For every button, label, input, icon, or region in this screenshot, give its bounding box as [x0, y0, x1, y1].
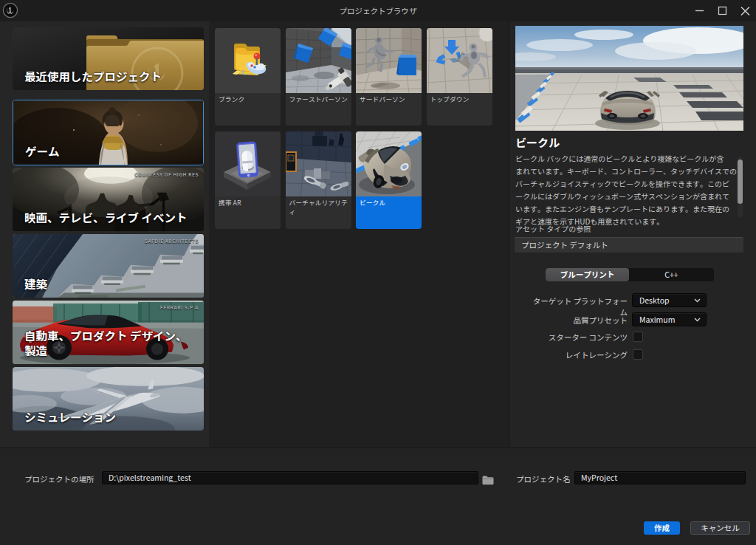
asset-type-reference-label: アセット タイプの参照	[515, 223, 591, 234]
target-platform-dropdown[interactable]: Desktop	[632, 293, 707, 307]
sidebar-item-recent-projects[interactable]: 最近使用したプロジェクト	[13, 27, 204, 90]
template-card-label: 携帯 AR	[215, 196, 281, 229]
raytracing-label: レイトレーシング	[532, 349, 628, 360]
sidebar-item-label: ゲーム	[25, 143, 60, 158]
sidebar-item-architecture[interactable]: SAFDIE ARCHITECTS 建築	[13, 234, 204, 298]
blueprint-toggle-button[interactable]: ブループリント	[546, 268, 629, 281]
template-detail-panel: ビークル ビークル パックには通常のビークルとより複雑なビークルが含まれています…	[509, 21, 756, 448]
handheld-ar-template-thumbnail	[215, 131, 281, 196]
template-card-third-person[interactable]: サードパーソン	[356, 28, 422, 126]
template-card-virtual-reality[interactable]: バーチャルリアリティ	[286, 131, 351, 229]
chevron-down-icon	[694, 298, 701, 303]
quality-preset-label: 品質プリセット	[532, 315, 628, 326]
sidebar-item-games[interactable]: ゲーム	[13, 100, 204, 165]
browse-folder-button[interactable]	[481, 471, 495, 484]
template-card-blank[interactable]: ブランク	[215, 28, 281, 126]
image-credit: FERRARI S.P.A	[160, 304, 199, 311]
template-detail-title: ビークル	[515, 134, 560, 150]
template-card-label: ブランク	[215, 93, 281, 126]
vehicle-preview-image	[515, 26, 743, 131]
close-button[interactable]	[734, 0, 756, 21]
quality-preset-value: Maximum	[639, 313, 675, 326]
vehicle-template-thumbnail	[356, 131, 422, 196]
sidebar-item-label: 最近使用したプロジェクト	[24, 69, 162, 83]
category-sidebar: 最近使用したプロジェクト	[0, 21, 209, 448]
sidebar-item-label: 映画、テレビ、ライブ イベント	[24, 210, 188, 224]
blank-template-thumbnail	[215, 28, 281, 93]
title-bar[interactable]: プロジェクトブラウザ	[0, 0, 756, 21]
template-card-first-person[interactable]: ファーストパーソン	[286, 28, 351, 126]
first-person-template-thumbnail	[286, 28, 351, 93]
template-card-label: ファーストパーソン	[286, 93, 351, 126]
footer-bar: プロジェクトの場所 D:\pixelstreaming_test プロジェクト名…	[0, 448, 756, 545]
chevron-down-icon	[694, 318, 701, 322]
project-location-label: プロジェクトの場所	[24, 473, 94, 484]
image-credit: SAFDIE ARCHITECTS	[145, 237, 199, 244]
template-card-vehicle[interactable]: ビークル	[356, 131, 422, 229]
minimize-button[interactable]	[688, 0, 710, 21]
window-title: プロジェクトブラウザ	[0, 0, 756, 21]
template-card-label: ビークル	[356, 196, 422, 229]
create-button[interactable]: 作成	[644, 521, 680, 535]
starter-content-label: スターター コンテンツ	[532, 332, 628, 343]
sidebar-item-label: 自動車、プロダクト デザイン、製造	[24, 328, 188, 357]
project-location-input[interactable]: D:\pixelstreaming_test	[102, 471, 478, 484]
virtual-reality-template-thumbnail	[286, 131, 351, 196]
cpp-toggle-button[interactable]: C++	[629, 268, 714, 281]
sidebar-item-label: 建築	[24, 276, 47, 291]
project-name-label: プロジェクト名	[516, 473, 571, 484]
template-card-label: トップダウン	[427, 93, 492, 126]
sidebar-item-film-tv-live-events[interactable]: COURTESY OF HIGH RES 映画、テレビ、ライブ イベント	[13, 168, 204, 232]
starter-content-checkbox[interactable]	[633, 332, 643, 342]
template-grid: ブランク	[209, 21, 509, 448]
cancel-button[interactable]: キャンセル	[690, 521, 750, 535]
template-card-label: サードパーソン	[356, 93, 422, 126]
maximize-button[interactable]	[711, 0, 733, 21]
sidebar-item-automotive[interactable]: FERRARI S.P.A 自動車、プロダクト デザイン、製造	[13, 301, 204, 365]
template-card-handheld-ar[interactable]: 携帯 AR	[215, 131, 281, 229]
sidebar-item-simulation[interactable]: シミュレーション	[13, 367, 204, 431]
maximize-icon	[711, 0, 733, 21]
description-scrollbar-thumb[interactable]	[738, 160, 743, 204]
minimize-icon	[688, 0, 710, 21]
asset-type-reference-dropdown[interactable]: プロジェクト デフォルト	[515, 237, 743, 253]
close-icon	[734, 0, 756, 21]
template-card-label: バーチャルリアリティ	[286, 196, 351, 229]
quality-preset-dropdown[interactable]: Maximum	[632, 312, 707, 326]
template-description: ビークル パックには通常のビークルとより複雑なビークルが含まれています。キーボー…	[515, 152, 737, 228]
template-card-top-down[interactable]: トップダウン	[427, 28, 492, 126]
project-browser-window: プロジェクトブラウザ	[0, 0, 756, 545]
image-credit: COURTESY OF HIGH RES	[134, 171, 199, 178]
asset-type-reference-value: プロジェクト デフォルト	[521, 237, 608, 253]
top-down-template-thumbnail	[427, 28, 492, 93]
project-name-input[interactable]: MyProject	[574, 471, 746, 484]
folder-icon	[482, 476, 494, 485]
sidebar-item-label: シミュレーション	[24, 409, 116, 424]
target-platform-value: Desktop	[639, 294, 670, 306]
project-type-toggle: ブループリント C++	[546, 268, 714, 281]
raytracing-checkbox[interactable]	[633, 349, 643, 360]
third-person-template-thumbnail	[356, 28, 422, 93]
